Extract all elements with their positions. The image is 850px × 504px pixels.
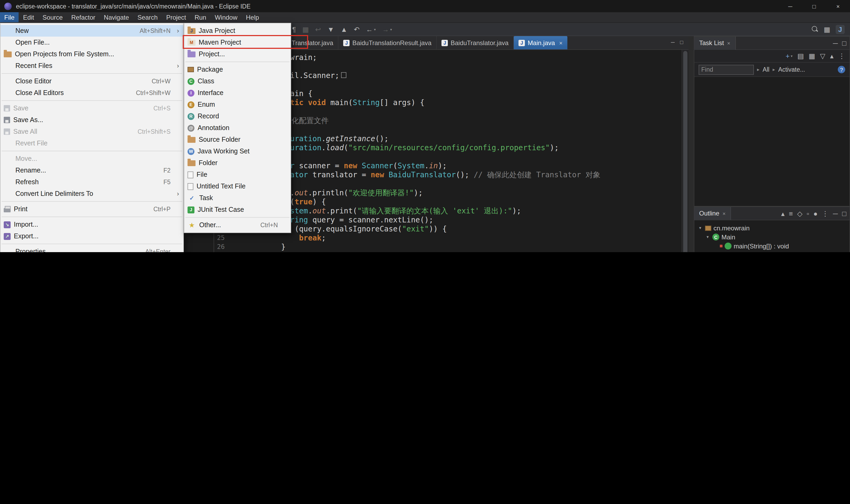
code-line[interactable]: 26 } [214,242,681,252]
hide-non-public-icon[interactable]: ● [813,210,818,217]
show-whitespace-icon[interactable]: ¶ [292,26,296,33]
find-input[interactable] [699,65,754,75]
menu-item-untitled-text-file[interactable]: Untitled Text File [184,180,291,192]
scheduled-view-icon[interactable]: ▦ [809,53,815,59]
menu-item-java-project[interactable]: JJava Project [184,25,291,37]
search-icon[interactable] [812,26,818,32]
block-selection-icon[interactable]: ▦ [302,26,309,33]
window-title: eclipse-workspace - translator_java/src/… [16,3,778,9]
minimize-view-icon[interactable]: ─ [833,39,838,47]
editor-tab-main-java[interactable]: JMain.java× [514,36,567,49]
menu-item-source-folder[interactable]: Source Folder [184,134,291,145]
task-list-tab[interactable]: Task List × [694,36,735,50]
view-menu-icon[interactable]: ⋮ [822,210,829,217]
forward-icon[interactable]: →▾ [382,26,392,33]
outline-node-main-string-void[interactable]: main(String[]) : void [694,241,849,251]
outline-tab[interactable]: Outline × [694,207,731,220]
view-menu-icon[interactable]: ⋮ [838,53,845,59]
menu-item-new[interactable]: NewAlt+Shift+N› [1,25,183,37]
close-task-list-icon[interactable]: × [727,40,730,46]
menu-item-rename[interactable]: Rename...F2 [1,165,183,176]
menu-item-convert-line-delimiters-to[interactable]: Convert Line Delimiters To› [1,188,183,200]
close-editor-tab-icon[interactable]: × [559,39,562,46]
minimize-editor-icon[interactable]: ─ [671,39,675,45]
menu-item-export[interactable]: ↗Export... [1,230,183,242]
menu-item-open-projects-from-file-system[interactable]: Open Projects from File System... [1,48,183,60]
menubar-run[interactable]: Run [190,12,210,22]
categorized-icon[interactable]: ▤ [797,53,804,59]
menubar-file[interactable]: File [0,12,19,22]
help-icon[interactable]: ? [838,66,845,73]
menubar-source[interactable]: Source [38,12,67,22]
menu-item-package[interactable]: Package [184,64,291,75]
outline-node-cn-meowrain[interactable]: ▾cn.meowrain [694,223,849,233]
menu-item-record[interactable]: RRecord [184,110,291,122]
menubar-edit[interactable]: Edit [19,12,38,22]
close-outline-icon[interactable]: × [723,211,726,216]
menu-item-annotation[interactable]: @Annotation [184,122,291,134]
menu-item-folder[interactable]: Folder [184,157,291,169]
menu-item-maven-project[interactable]: MMaven Project [184,37,291,48]
minimize-view-icon[interactable]: ─ [833,210,838,217]
menubar-refactor[interactable]: Refactor [67,12,100,22]
menu-item-file[interactable]: File [184,169,291,180]
maximize-window-button[interactable]: □ [802,0,826,12]
editor-tab-baidutranslator-java[interactable]: JBaiduTranslator.java [437,36,514,49]
sort-icon[interactable]: ≡ [789,210,793,217]
back-icon[interactable]: ←▾ [366,26,376,33]
menubar-window[interactable]: Window [210,12,241,22]
scrollbar-thumb[interactable] [683,51,688,252]
collapse-all-icon[interactable]: ▴ [781,210,785,217]
open-perspective-icon[interactable]: ▦ [824,26,830,33]
java-perspective-icon[interactable]: J [836,25,845,34]
menubar-navigate[interactable]: Navigate [100,12,133,22]
code-line[interactable]: 25 break; [214,234,681,242]
outline-node-main[interactable]: ▾CMain [694,233,849,241]
collapse-all-icon[interactable]: ▴ [830,53,834,59]
filter-icon[interactable]: ▽ [820,53,825,59]
previous-annotation-icon[interactable]: ▲ [341,26,347,33]
maximize-view-icon[interactable]: □ [842,210,846,217]
menu-item-properties[interactable]: PropertiesAlt+Enter [1,246,183,252]
menu-item-refresh[interactable]: RefreshF5 [1,176,183,188]
menu-item-other[interactable]: ★Other...Ctrl+N [184,219,291,231]
editor-tab-baidutranslationresult-java[interactable]: JBaiduTranslationResult.java [339,36,437,49]
menu-item-java-working-set[interactable]: WJava Working Set [184,145,291,157]
maximize-editor-icon[interactable]: □ [680,39,683,45]
new-task-icon[interactable]: +▾ [786,53,793,59]
menu-item-project[interactable]: Project... [184,48,291,60]
editor-vscrollbar[interactable] [681,50,689,252]
menubar-help[interactable]: Help [242,12,263,22]
menu-item-recent-files[interactable]: Recent Files› [1,60,183,72]
activate-button[interactable]: Activate... [778,66,805,73]
hide-fields-icon[interactable]: ◇ [797,210,802,217]
editor-right-sash[interactable] [689,36,694,252]
code-line[interactable]: 27 [214,252,681,252]
menu-item-open-file[interactable]: Open File... [1,37,183,48]
folded-region-indicator[interactable] [341,72,346,78]
menu-item-close-editor[interactable]: Close EditorCtrl+W [1,75,183,87]
menubar-search[interactable]: Search [133,12,162,22]
hide-static-members-icon[interactable]: ▫ [807,210,809,217]
maximize-view-icon[interactable]: □ [842,39,846,47]
menu-item-enum[interactable]: EEnum [184,99,291,110]
last-edit-location-icon[interactable]: ↶ [354,26,360,33]
menu-item-class[interactable]: CClass [184,75,291,87]
scope-all-button[interactable]: All [763,66,769,73]
java-file-icon: J [441,39,448,46]
menu-item-task[interactable]: ✓Task [184,192,291,204]
menu-item-save-as[interactable]: Save As... [1,114,183,126]
menu-item-import[interactable]: ↘Import... [1,219,183,230]
menubar-project[interactable]: Project [162,12,190,22]
main-string-void-icon [725,242,731,250]
next-annotation-icon[interactable]: ▼ [327,26,334,33]
minimize-window-button[interactable]: ─ [778,0,802,12]
task-list-tab-label: Task List [699,39,724,47]
word-wrap-icon[interactable]: ↩ [315,26,321,33]
menu-item-interface[interactable]: IInterface [184,87,291,99]
menu-item-print[interactable]: PrintCtrl+P [1,203,183,215]
menu-item-close-all-editors[interactable]: Close All EditorsCtrl+Shift+W [1,87,183,99]
task-list-content[interactable] [694,77,849,206]
menu-item-junit-test-case[interactable]: JJUnit Test Case [184,204,291,216]
close-window-button[interactable]: × [826,0,850,12]
